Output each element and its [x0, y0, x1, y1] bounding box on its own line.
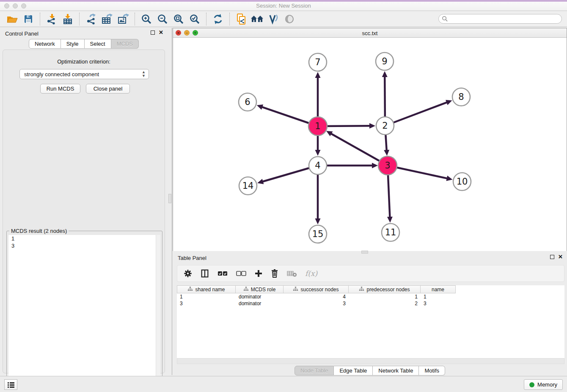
result-line: 1: [8, 235, 160, 242]
column-header-predecessor-nodes[interactable]: predecessor nodes: [349, 285, 421, 293]
table-horizontal-scrollbar[interactable]: [177, 358, 564, 364]
table-row[interactable]: 1dominator411: [177, 293, 564, 300]
close-table-panel-icon[interactable]: ✕: [558, 255, 563, 259]
edge-arrowhead-1-6: [257, 105, 263, 110]
export-image-icon[interactable]: [115, 12, 131, 26]
table-cell[interactable]: 3: [421, 300, 456, 307]
delete-table-icon[interactable]: [286, 268, 297, 279]
zoom-in-icon[interactable]: [138, 12, 154, 26]
tab-network[interactable]: Network: [29, 39, 61, 49]
column-header-label: name: [432, 287, 444, 293]
run-mcds-button[interactable]: Run MCDS: [40, 84, 80, 94]
table-cell[interactable]: dominator: [236, 293, 284, 300]
memory-button[interactable]: Memory: [524, 379, 563, 390]
zoom-fit-icon[interactable]: [171, 12, 187, 26]
duplicate-network-icon[interactable]: [233, 12, 249, 26]
close-panel-button[interactable]: Close panel: [86, 84, 130, 94]
save-session-icon[interactable]: [20, 12, 36, 26]
network-window-title: scc.txt: [173, 30, 567, 36]
table-tabs: Node TableEdge TableNetwork TableMotifs: [173, 366, 567, 375]
optimization-criterion-label: Optimization criterion:: [3, 58, 165, 65]
panel-divider[interactable]: [168, 28, 172, 375]
tab-network-table[interactable]: Network Table: [373, 366, 419, 375]
delete-column-icon[interactable]: [270, 268, 279, 279]
table-cell[interactable]: 4: [284, 293, 349, 300]
edge-arrowhead-1-2: [369, 123, 375, 129]
search-input[interactable]: [438, 14, 562, 24]
edge-arrowhead-2-3: [384, 150, 389, 156]
tab-select[interactable]: Select: [85, 39, 111, 49]
edge-2-8[interactable]: [385, 102, 447, 126]
task-history-button[interactable]: [4, 379, 17, 390]
node-label-2: 2: [382, 121, 388, 131]
deselect-all-icon[interactable]: [236, 268, 247, 279]
node-label-9: 9: [382, 56, 387, 66]
edge-arrowhead-3-11: [387, 217, 393, 223]
table-cell[interactable]: 2: [349, 300, 421, 307]
result-line: 3: [8, 242, 160, 249]
column-header-label: shared name: [195, 287, 225, 293]
zoom-selected-icon[interactable]: [187, 12, 203, 26]
tab-node-table[interactable]: Node Table: [295, 366, 334, 375]
column-header-label: predecessor nodes: [366, 287, 410, 293]
open-file-icon[interactable]: [4, 12, 20, 26]
table-cell[interactable]: 3: [177, 300, 236, 307]
table-panel-header: Table Panel ✕: [173, 252, 567, 263]
tab-mcds[interactable]: MCDS: [111, 39, 139, 49]
optimization-criterion-select[interactable]: strongly connected component ▲▼: [19, 69, 149, 79]
close-panel-icon[interactable]: ✕: [159, 30, 163, 35]
search-icon: [442, 16, 448, 22]
shared-column-icon: [187, 287, 193, 293]
float-panel-icon[interactable]: [151, 30, 155, 35]
tab-edge-table[interactable]: Edge Table: [334, 366, 373, 375]
optimization-criterion-value: strongly connected component: [24, 71, 99, 77]
edge-arrowhead-1-4: [315, 150, 321, 156]
table-cell[interactable]: 1: [177, 293, 236, 300]
table-cell[interactable]: 1: [421, 293, 456, 300]
node-label-10: 10: [457, 177, 468, 187]
hide-selected-icon[interactable]: [281, 12, 297, 26]
column-header-successor-nodes[interactable]: successor nodes: [284, 285, 349, 293]
main-toolbar: [0, 11, 567, 27]
column-header-shared-name[interactable]: shared name: [177, 285, 236, 293]
float-table-panel-icon[interactable]: [550, 255, 554, 259]
refresh-layout-icon[interactable]: [210, 12, 226, 26]
import-network-icon[interactable]: [44, 12, 60, 26]
export-table-icon[interactable]: [99, 12, 115, 26]
first-neighbors-icon[interactable]: [249, 12, 265, 26]
window-title: Session: New Session: [0, 3, 567, 9]
add-column-icon[interactable]: [254, 268, 263, 279]
network-canvas[interactable]: 7968124314101511: [173, 38, 567, 251]
titlebar-accent: [0, 0, 567, 2]
export-network-icon[interactable]: [83, 12, 99, 26]
network-window-titlebar[interactable]: ✕ − + scc.txt: [173, 28, 567, 38]
show-columns-icon[interactable]: [200, 268, 209, 279]
table-row[interactable]: 3dominator323: [177, 300, 564, 307]
mcds-result-groupbox: MCDS result (2 nodes) 13: [6, 231, 162, 392]
table-cell[interactable]: 1: [349, 293, 421, 300]
node-label-3: 3: [385, 160, 390, 171]
edge-arrowhead-4-3: [372, 163, 378, 168]
table-settings-gear-icon[interactable]: [183, 268, 193, 279]
table-cell[interactable]: 3: [284, 300, 349, 307]
select-all-icon[interactable]: [217, 268, 228, 279]
table-cell[interactable]: dominator: [236, 300, 284, 307]
import-table-icon[interactable]: [60, 12, 76, 26]
vizmapper-icon[interactable]: [265, 12, 281, 26]
zoom-out-icon[interactable]: [154, 12, 171, 26]
list-icon: [7, 381, 15, 388]
tab-style[interactable]: Style: [61, 39, 85, 49]
node-label-8: 8: [458, 92, 464, 102]
mcds-result-title: MCDS result (2 nodes): [9, 228, 69, 234]
divider-grabber[interactable]: [168, 194, 171, 203]
column-header-MCDS-role[interactable]: MCDS role: [236, 285, 284, 293]
result-scrollbar[interactable]: [156, 235, 160, 390]
mcds-result-textarea[interactable]: 13: [8, 235, 160, 390]
column-header-name[interactable]: name: [421, 285, 456, 293]
control-panel-tabs: NetworkStyleSelectMCDS: [0, 39, 168, 49]
control-panel-title: Control Panel: [5, 30, 39, 37]
tab-motifs[interactable]: Motifs: [419, 366, 445, 375]
node-label-15: 15: [312, 229, 324, 239]
memory-status-icon: [529, 382, 534, 387]
function-builder-icon[interactable]: f(x): [305, 268, 317, 279]
